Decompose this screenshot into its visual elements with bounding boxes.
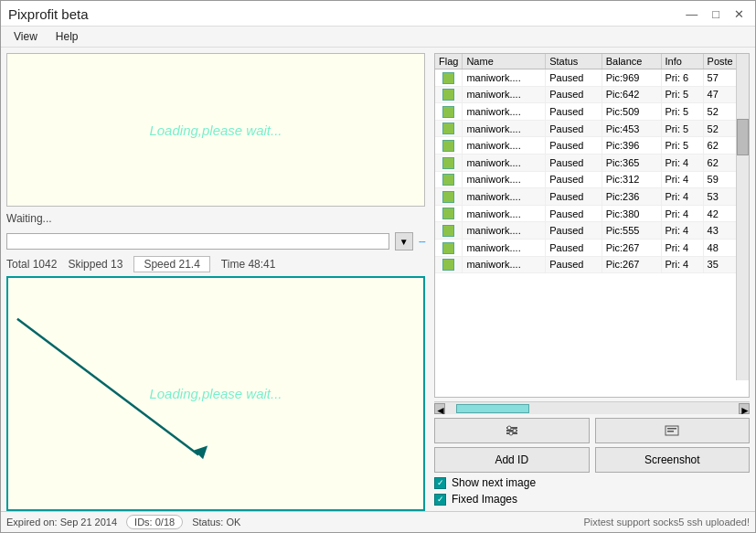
- table-row[interactable]: maniwork.... Paused Pic:453 Pri: 5 52: [435, 120, 749, 137]
- progress-bar: [6, 233, 389, 250]
- minimize-button[interactable]: —: [682, 7, 701, 21]
- info-cell: Pri: 4: [661, 205, 703, 222]
- icon-btn-1[interactable]: [434, 418, 590, 443]
- status-cell: Paused: [546, 86, 602, 103]
- table-row[interactable]: maniwork.... Paused Pic:969 Pri: 6 57: [435, 69, 749, 87]
- waiting-label: Waiting...: [6, 212, 52, 225]
- flag-cell: [435, 171, 463, 188]
- flag-icon: [442, 191, 454, 203]
- vertical-scrollbar[interactable]: [736, 54, 749, 380]
- col-status: Status: [546, 54, 602, 69]
- flag-cell: [435, 188, 463, 206]
- info-cell: Pri: 4: [661, 239, 703, 256]
- info-cell: Pri: 4: [661, 188, 703, 206]
- name-cell: maniwork....: [463, 86, 546, 103]
- accounts-table: Flag Name Status Balance Info Poste mani…: [435, 54, 749, 273]
- progress-row: ▼ --: [6, 230, 425, 252]
- settings-icon-1: [505, 423, 519, 438]
- status-cell: Paused: [546, 222, 602, 240]
- flag-cell: [435, 222, 463, 240]
- info-cell: Pri: 5: [661, 86, 703, 103]
- info-cell: Pri: 4: [661, 256, 703, 273]
- scroll-right-btn[interactable]: ►: [739, 403, 750, 414]
- status-cell: Paused: [546, 120, 602, 137]
- scrollbar-thumb[interactable]: [737, 119, 749, 155]
- show-next-label: Show next image: [452, 476, 536, 489]
- flag-icon: [442, 157, 454, 169]
- info-cell: Pri: 5: [661, 103, 703, 121]
- table-row[interactable]: maniwork.... Paused Pic:642 Pri: 5 47: [435, 86, 749, 103]
- flag-icon: [442, 123, 454, 134]
- horizontal-scrollbar[interactable]: ◄ ►: [434, 401, 750, 414]
- svg-rect-10: [667, 431, 674, 432]
- add-id-button[interactable]: Add ID: [434, 447, 590, 473]
- table-row[interactable]: maniwork.... Paused Pic:236 Pri: 4 53: [435, 188, 749, 206]
- flag-icon: [442, 106, 454, 118]
- table-row[interactable]: maniwork.... Paused Pic:312 Pri: 4 59: [435, 171, 749, 188]
- info-cell: Pri: 6: [661, 69, 703, 87]
- info-cell: Pri: 5: [661, 137, 703, 155]
- show-next-checkbox[interactable]: [434, 477, 446, 489]
- table-row[interactable]: maniwork.... Paused Pic:267 Pri: 4 35: [435, 256, 749, 273]
- window-title: Pixprofit beta: [8, 6, 89, 22]
- fixed-images-label: Fixed Images: [452, 493, 517, 506]
- name-cell: maniwork....: [463, 120, 546, 137]
- h-scrollbar-thumb[interactable]: [456, 404, 529, 413]
- status-cell: Paused: [546, 103, 602, 121]
- flag-cell: [435, 120, 463, 137]
- scroll-left-btn[interactable]: ◄: [434, 403, 445, 414]
- svg-rect-9: [667, 428, 676, 430]
- status-cell: Paused: [546, 239, 602, 256]
- flag-icon: [442, 259, 454, 271]
- col-balance: Balance: [602, 54, 661, 69]
- menu-view[interactable]: View: [6, 28, 45, 45]
- col-info: Info: [661, 54, 703, 69]
- info-cell: Pri: 4: [661, 154, 703, 171]
- screenshot-button[interactable]: Screenshot: [595, 447, 751, 473]
- status-bar: Expired on: Sep 21 2014 IDs: 0/18 Status…: [1, 511, 755, 532]
- table-row[interactable]: maniwork.... Paused Pic:555 Pri: 4 43: [435, 222, 749, 240]
- table-row[interactable]: maniwork.... Paused Pic:380 Pri: 4 42: [435, 205, 749, 222]
- name-cell: maniwork....: [463, 137, 546, 155]
- accounts-table-wrap: Flag Name Status Balance Info Poste mani…: [434, 53, 750, 398]
- flag-icon: [442, 174, 454, 186]
- name-cell: maniwork....: [463, 154, 546, 171]
- table-row[interactable]: maniwork.... Paused Pic:509 Pri: 5 52: [435, 103, 749, 121]
- table-row[interactable]: maniwork.... Paused Pic:396 Pri: 5 62: [435, 137, 749, 155]
- flag-cell: [435, 137, 463, 155]
- waiting-row: Waiting...: [6, 210, 425, 227]
- status-cell: Paused: [546, 256, 602, 273]
- fixed-images-checkbox[interactable]: [434, 494, 446, 506]
- status-cell: Paused: [546, 137, 602, 155]
- close-button[interactable]: ✕: [730, 7, 748, 21]
- flag-icon: [442, 225, 454, 237]
- balance-cell: Pic:312: [602, 171, 661, 188]
- more-button[interactable]: --: [419, 234, 425, 249]
- svg-point-7: [509, 432, 513, 435]
- balance-cell: Pic:236: [602, 188, 661, 206]
- left-panel: Loading,please wait... Waiting... ▼ -- T…: [1, 48, 431, 511]
- show-next-row: Show next image: [434, 476, 750, 489]
- stats-row: Total 1042 Skipped 13 Speed 21.4 Time 48…: [6, 256, 425, 272]
- svg-marker-1: [194, 445, 208, 459]
- flag-icon: [442, 242, 454, 254]
- menu-help[interactable]: Help: [48, 28, 86, 45]
- name-cell: maniwork....: [463, 239, 546, 256]
- settings-icon-2: [665, 423, 679, 438]
- table-row[interactable]: maniwork.... Paused Pic:267 Pri: 4 48: [435, 239, 749, 256]
- dropdown-arrow[interactable]: ▼: [395, 232, 413, 251]
- icon-btn-row: [434, 418, 750, 443]
- ids-badge: IDs: 0/18: [126, 515, 183, 529]
- svg-point-5: [507, 426, 511, 430]
- table-row[interactable]: maniwork.... Paused Pic:365 Pri: 4 62: [435, 154, 749, 171]
- name-cell: maniwork....: [463, 171, 546, 188]
- balance-cell: Pic:509: [602, 103, 661, 121]
- status-cell: Paused: [546, 154, 602, 171]
- flag-icon: [442, 89, 454, 101]
- balance-cell: Pic:365: [602, 154, 661, 171]
- flag-icon: [442, 208, 454, 219]
- maximize-button[interactable]: □: [708, 7, 723, 21]
- icon-btn-2[interactable]: [595, 418, 751, 443]
- skipped-label: Skipped 13: [68, 258, 122, 271]
- status-label: Status: OK: [192, 517, 240, 528]
